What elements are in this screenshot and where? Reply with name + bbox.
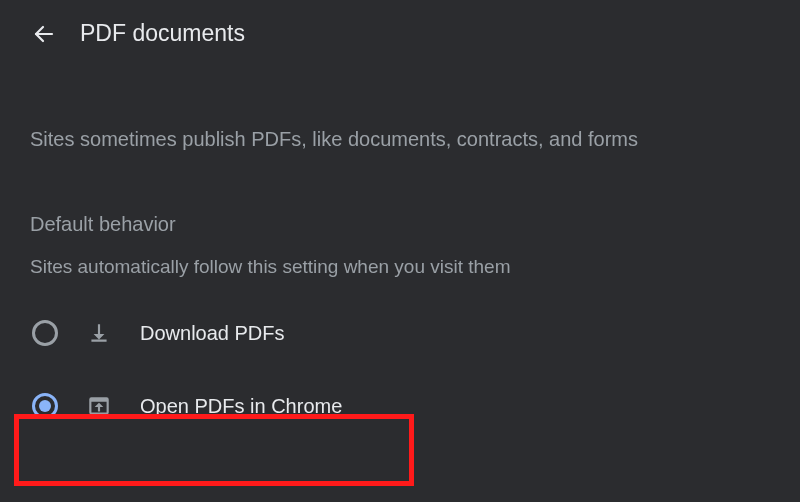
option-download-label: Download PDFs	[140, 322, 285, 345]
option-open-in-chrome[interactable]: Open PDFs in Chrome	[30, 379, 770, 433]
open-in-browser-icon	[86, 393, 112, 419]
section-heading: Default behavior	[30, 213, 770, 236]
header: PDF documents	[0, 0, 800, 57]
section-subtext: Sites automatically follow this setting …	[30, 256, 770, 278]
radio-selected-icon	[32, 393, 58, 419]
page-title: PDF documents	[80, 20, 245, 47]
arrow-left-icon	[32, 22, 56, 46]
option-download-pdfs[interactable]: Download PDFs	[30, 306, 770, 360]
back-button[interactable]	[32, 22, 56, 46]
option-open-label: Open PDFs in Chrome	[140, 395, 342, 418]
download-icon	[86, 320, 112, 346]
page-description: Sites sometimes publish PDFs, like docum…	[30, 125, 770, 153]
content: Sites sometimes publish PDFs, like docum…	[0, 125, 800, 433]
radio-unselected-icon	[32, 320, 58, 346]
